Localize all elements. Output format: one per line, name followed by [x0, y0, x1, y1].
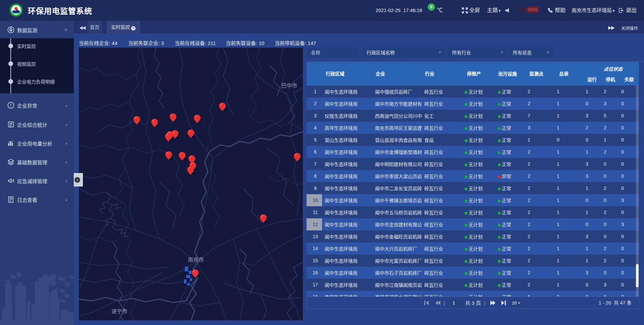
svg-text:巴中市: 巴中市	[281, 83, 297, 89]
svg-text:遂宁市: 遂宁市	[111, 309, 127, 314]
svg-text:南充市: 南充市	[188, 257, 204, 263]
